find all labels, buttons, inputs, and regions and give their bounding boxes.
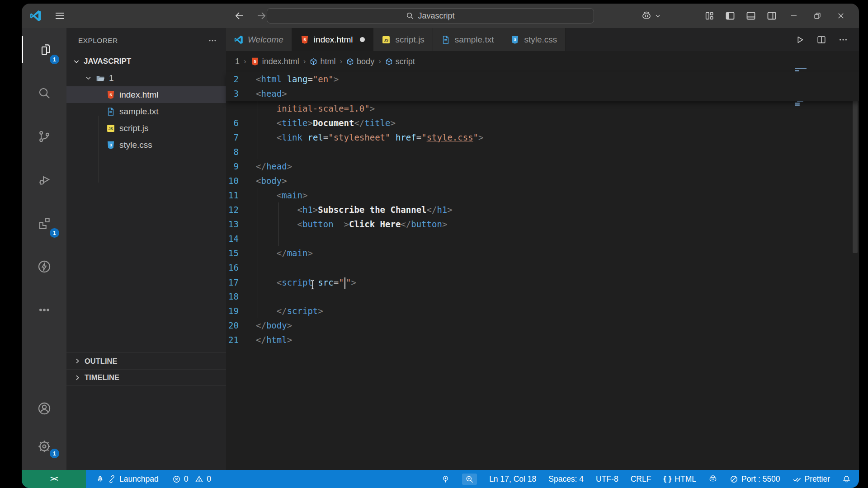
breadcrumb-1[interactable]: 1 xyxy=(235,57,240,66)
indent-guide xyxy=(258,130,258,145)
panel-timeline[interactable]: TIMELINE xyxy=(66,369,226,386)
panel-outline[interactable]: OUTLINE xyxy=(66,352,226,369)
restore-icon[interactable] xyxy=(806,7,829,25)
code-line-11[interactable]: 11 <main> xyxy=(226,188,790,202)
copilot-icon xyxy=(708,474,717,483)
code-line-6[interactable]: 6 <title>Document</title> xyxy=(226,116,790,130)
status-copilot-status[interactable] xyxy=(708,474,717,483)
breadcrumb-body[interactable]: body xyxy=(346,57,374,66)
status-screencast[interactable] xyxy=(441,475,450,483)
cube-icon xyxy=(346,58,354,66)
tab-bar: Welcome5 index.htmlJS script.js sample.t… xyxy=(226,28,859,51)
tab-style-css[interactable]: 3 style.css xyxy=(502,28,566,51)
code-line-3[interactable]: 3<head> xyxy=(226,86,790,101)
activity-run-debug[interactable] xyxy=(22,158,66,202)
line-number: 19 xyxy=(226,304,239,318)
line-number: 16 xyxy=(226,260,239,275)
code-line-10[interactable]: 10<body> xyxy=(226,174,790,188)
menu-icon[interactable] xyxy=(54,10,65,21)
activity-extensions[interactable]: 1 xyxy=(22,202,66,245)
toggle-panel-icon[interactable] xyxy=(741,7,761,25)
svg-text:JS: JS xyxy=(108,126,113,131)
file-item-style.css[interactable]: 3 style.css xyxy=(66,136,226,153)
status-prettier[interactable]: Prettier xyxy=(793,474,830,484)
tab-script-js[interactable]: JS script.js xyxy=(373,28,433,51)
breadcrumb-html[interactable]: html xyxy=(310,57,335,66)
slash-circle-icon xyxy=(730,475,738,483)
command-center-search[interactable]: Javascript xyxy=(267,8,594,23)
activity-source-control[interactable] xyxy=(22,115,66,158)
copilot-menu[interactable] xyxy=(641,10,661,21)
status-indentation[interactable]: Spaces: 4 xyxy=(548,474,584,484)
code-line-15[interactable]: 15 </main> xyxy=(226,246,790,260)
svg-text:3: 3 xyxy=(514,37,516,42)
remote-icon[interactable]: >< xyxy=(22,470,86,488)
tab-sample-txt[interactable]: sample.txt xyxy=(433,28,503,51)
code-line-9[interactable]: 9</head> xyxy=(226,159,790,174)
status-notifications[interactable] xyxy=(842,475,851,483)
txt-file-icon xyxy=(441,35,450,44)
folder-item[interactable]: 1 xyxy=(66,70,226,86)
code-line-20[interactable]: 20</body> xyxy=(226,318,790,333)
activity-settings[interactable]: 1 xyxy=(22,427,66,465)
indent-guide xyxy=(258,289,258,304)
file-item-sample.txt[interactable]: sample.txt xyxy=(66,103,226,120)
status-encoding[interactable]: UTF-8 xyxy=(596,474,618,484)
forward-icon[interactable] xyxy=(256,10,267,21)
breadcrumb-index-html[interactable]: 5index.html xyxy=(250,57,299,66)
tab-label: sample.txt xyxy=(455,35,494,45)
code-line-18[interactable]: 18 xyxy=(226,289,790,304)
status-cursor-position[interactable]: Ln 17, Col 18 xyxy=(489,474,536,484)
status-launchpad[interactable]: Launchpad xyxy=(96,474,159,484)
status-language-mode[interactable]: { }HTML xyxy=(663,474,696,484)
split-editor-icon[interactable] xyxy=(813,31,830,49)
code-line-17[interactable]: 17 <script src=""> xyxy=(226,275,790,289)
tab-welcome[interactable]: Welcome xyxy=(226,28,292,51)
activity-thunder-client[interactable] xyxy=(22,245,66,288)
tab-index-html[interactable]: 5 index.html xyxy=(292,28,374,51)
minimize-icon[interactable] xyxy=(782,7,806,25)
code-area[interactable]: initial-scale=1.0">6 <title>Document</ti… xyxy=(226,101,859,470)
status-eol[interactable]: CRLF xyxy=(631,474,651,484)
line-number: 7 xyxy=(226,130,239,145)
vertical-scrollbar[interactable] xyxy=(853,95,858,253)
run-file-icon[interactable] xyxy=(791,31,808,49)
status-live-server-port[interactable]: Port : 5500 xyxy=(730,474,780,484)
workspace-name: JAVASCRIPT xyxy=(84,57,131,66)
toggle-sidebar-icon[interactable] xyxy=(720,7,741,25)
file-item-index.html[interactable]: 5 index.html xyxy=(66,86,226,103)
code-line-wrap[interactable]: initial-scale=1.0"> xyxy=(226,101,790,116)
js-file-icon: JS xyxy=(382,35,391,44)
file-item-script.js[interactable]: JS script.js xyxy=(66,120,226,136)
modified-dot-icon[interactable] xyxy=(360,37,365,42)
status-problems[interactable]: 00 xyxy=(172,474,215,484)
views-more-icon[interactable] xyxy=(208,36,217,45)
code-line-16[interactable]: 16 xyxy=(226,260,790,275)
toggle-secondary-sidebar-icon[interactable] xyxy=(761,7,782,25)
indent-guide xyxy=(258,217,258,231)
back-icon[interactable] xyxy=(234,10,245,21)
code-line-14[interactable]: 14 xyxy=(226,231,790,246)
breadcrumb-script[interactable]: script xyxy=(385,57,415,66)
close-icon[interactable] xyxy=(829,7,853,25)
activity-search[interactable] xyxy=(22,71,66,115)
code-line-13[interactable]: 13 <button >Click Here</button> xyxy=(226,217,790,231)
editor-group: Welcome5 index.htmlJS script.js sample.t… xyxy=(226,28,859,470)
code-line-12[interactable]: 12 <h1>Subscribe the Channel</h1> xyxy=(226,202,790,217)
double-check-icon xyxy=(793,474,802,483)
activity-account[interactable] xyxy=(22,389,66,427)
activity-explorer[interactable]: 1 xyxy=(22,28,66,71)
code-line-8[interactable]: 8 xyxy=(226,145,790,159)
workspace-section[interactable]: JAVASCRIPT xyxy=(66,53,226,70)
status-zoom-level[interactable] xyxy=(462,474,477,485)
customize-layout-icon[interactable] xyxy=(699,7,720,25)
braces-icon: { } xyxy=(663,474,671,483)
code-line-19[interactable]: 19 </script> xyxy=(226,304,790,318)
editor-more-actions-icon[interactable] xyxy=(835,31,852,49)
activity-more-views[interactable] xyxy=(22,288,66,332)
breadcrumb-separator: › xyxy=(302,57,307,66)
search-icon xyxy=(406,12,414,20)
code-line-2[interactable]: 2<html lang="en"> xyxy=(226,72,790,86)
code-line-7[interactable]: 7 <link rel="stylesheet" href="style.css… xyxy=(226,130,790,145)
code-line-21[interactable]: 21</html> xyxy=(226,333,790,347)
